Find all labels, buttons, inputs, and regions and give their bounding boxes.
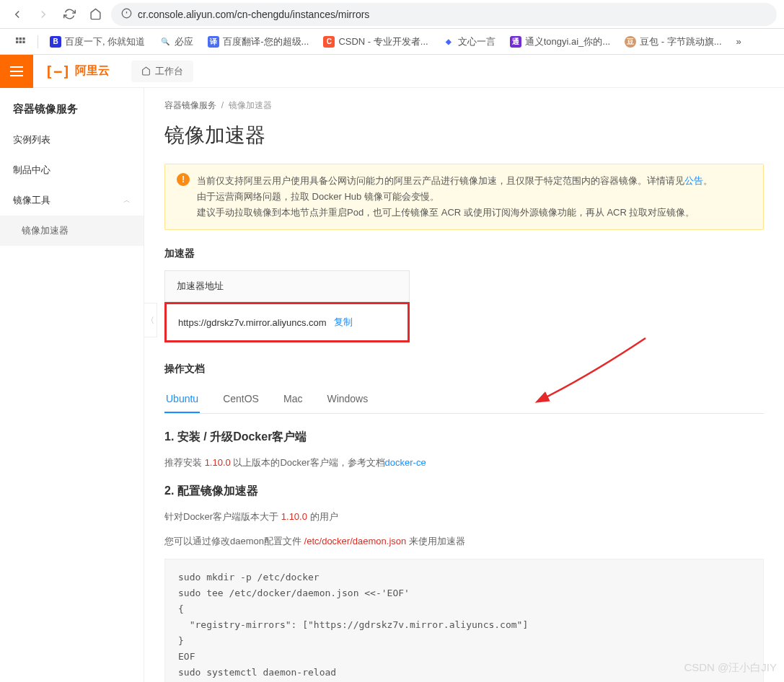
- sidebar-item-mirror-accelerator[interactable]: 镜像加速器: [0, 216, 144, 246]
- url-text: cr.console.aliyun.com/cn-chengdu/instanc…: [138, 9, 369, 20]
- accelerator-section-title: 加速器: [164, 247, 764, 260]
- bookmark-baidu-translate[interactable]: 译百度翻译-您的超级...: [202, 32, 314, 51]
- bookmark-tongyi[interactable]: 通通义tongyi.ai_你的...: [504, 32, 617, 51]
- bookmark-bing[interactable]: 🔍必应: [154, 32, 199, 51]
- chevron-up-icon: ︿: [123, 195, 131, 205]
- doc-content: 1. 安装 / 升级Docker客户端 推荐安装 1.10.0 以上版本的Doc…: [164, 430, 764, 682]
- reload-button[interactable]: [59, 4, 79, 25]
- breadcrumb: 容器镜像服务 / 镜像加速器: [164, 99, 764, 112]
- workbench-button[interactable]: 工作台: [131, 61, 193, 82]
- separator: [38, 35, 38, 48]
- sidebar-item-tools[interactable]: 镜像工具 ︿: [0, 185, 144, 216]
- copy-button[interactable]: 复制: [334, 316, 353, 329]
- home-button[interactable]: [85, 4, 105, 25]
- apps-button[interactable]: [9, 33, 32, 50]
- doc-heading-configure: 2. 配置镜像加速器: [164, 484, 764, 499]
- sidebar-title: 容器镜像服务: [0, 94, 144, 125]
- code-block[interactable]: sudo mkdir -p /etc/docker sudo tee /etc/…: [164, 559, 764, 682]
- svg-rect-4: [19, 37, 22, 40]
- bookmark-wenxin[interactable]: ◆文心一言: [437, 32, 501, 51]
- accelerator-label: 加速器地址: [164, 270, 410, 302]
- docs-section-title: 操作文档: [164, 363, 764, 376]
- doc-heading-install: 1. 安装 / 升级Docker客户端: [164, 430, 764, 445]
- back-button[interactable]: [7, 4, 27, 25]
- bookmark-baidu[interactable]: B百度一下, 你就知道: [44, 32, 151, 51]
- tab-centos[interactable]: CentOS: [221, 386, 260, 413]
- hamburger-menu[interactable]: [0, 55, 33, 88]
- warning-icon: !: [177, 173, 190, 186]
- sidebar-item-instances[interactable]: 实例列表: [0, 125, 144, 155]
- docker-ce-link[interactable]: docker-ce: [385, 457, 426, 468]
- page-title: 镜像加速器: [164, 122, 764, 149]
- svg-rect-5: [22, 37, 25, 40]
- notice-link[interactable]: 公告: [684, 175, 703, 186]
- svg-rect-7: [19, 40, 22, 43]
- bookmarks-bar: B百度一下, 你就知道 🔍必应 译百度翻译-您的超级... CCSDN - 专业…: [0, 29, 784, 55]
- tab-windows[interactable]: Windows: [325, 386, 369, 413]
- sidebar: 容器镜像服务 实例列表 制品中心 镜像工具 ︿ 镜像加速器: [0, 88, 144, 682]
- bookmarks-overflow[interactable]: »: [731, 33, 747, 50]
- bookmark-doubao[interactable]: 豆豆包 - 字节跳动旗...: [619, 32, 727, 51]
- svg-rect-3: [16, 37, 18, 40]
- forward-button[interactable]: [33, 4, 53, 25]
- aliyun-logo[interactable]: [−] 阿里云: [33, 63, 121, 80]
- main-content: 容器镜像服务 / 镜像加速器 镜像加速器 ! 当前仅支持阿里云用户使用具备公网访…: [144, 88, 784, 682]
- site-settings-icon[interactable]: [121, 8, 132, 21]
- tab-ubuntu[interactable]: Ubuntu: [164, 386, 200, 413]
- accelerator-url: https://gdrskz7v.mirror.aliyuncs.com: [178, 317, 327, 328]
- accelerator-box: 加速器地址 https://gdrskz7v.mirror.aliyuncs.c…: [164, 270, 410, 342]
- logo-icon: [−]: [45, 63, 71, 80]
- sidebar-item-artifacts[interactable]: 制品中心: [0, 155, 144, 185]
- browser-toolbar: cr.console.aliyun.com/cn-chengdu/instanc…: [0, 0, 784, 29]
- tab-mac[interactable]: Mac: [282, 386, 304, 413]
- page-header: [−] 阿里云 工作台: [0, 55, 784, 88]
- svg-rect-6: [16, 40, 18, 43]
- breadcrumb-root[interactable]: 容器镜像服务: [164, 100, 216, 110]
- breadcrumb-current: 镜像加速器: [229, 100, 272, 110]
- os-tabs: Ubuntu CentOS Mac Windows: [164, 386, 764, 414]
- home-icon: [141, 66, 151, 76]
- address-bar[interactable]: cr.console.aliyun.com/cn-chengdu/instanc…: [111, 3, 777, 26]
- notice-banner: ! 当前仅支持阿里云用户使用具备公网访问能力的阿里云产品进行镜像加速，且仅限于特…: [164, 164, 764, 230]
- bookmark-csdn[interactable]: CCSDN - 专业开发者...: [317, 32, 433, 51]
- svg-rect-8: [22, 40, 25, 43]
